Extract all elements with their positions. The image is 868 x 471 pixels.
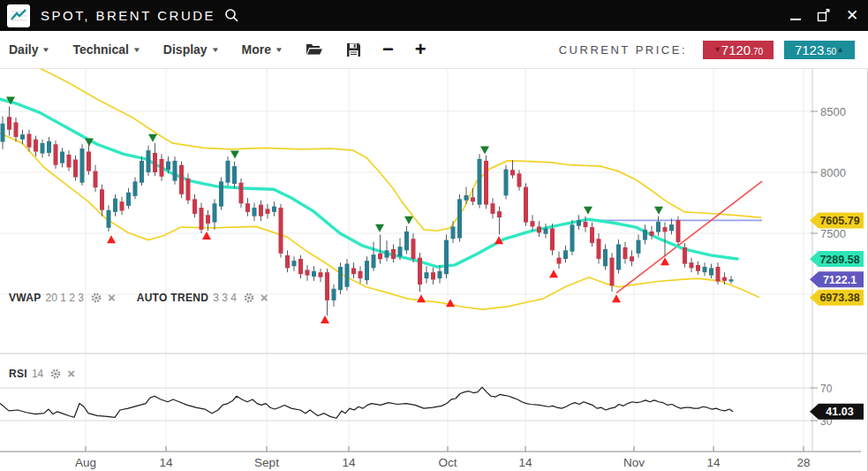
search-icon[interactable] [224, 8, 239, 23]
vwap-indicator-label: VWAP 20 1 2 3 × AUTO TREND 3 3 4 × [9, 292, 268, 304]
bearish-candle [7, 117, 11, 129]
bullish-candle [563, 250, 568, 259]
price-tag-label: 7289.58 [819, 254, 859, 266]
sell-signal-icon [654, 207, 663, 215]
more-menu[interactable]: More ▼ [242, 42, 283, 57]
sell-signal-icon [404, 217, 413, 224]
bullish-candle [703, 267, 707, 272]
window-title: SPOT, BRENT CRUDE [41, 8, 215, 23]
bullish-candle [292, 261, 297, 266]
bearish-candle [630, 256, 634, 262]
rsi-settings-gear-icon[interactable] [50, 368, 61, 379]
bullish-candle [478, 159, 482, 205]
autotrend-settings-gear-icon[interactable] [244, 292, 254, 303]
bullish-candle [404, 232, 409, 250]
bullish-candle [133, 181, 138, 196]
bearish-candle [597, 239, 601, 259]
bid-price-badge: ▼7120.70 [703, 41, 774, 59]
bullish-candle [637, 240, 641, 254]
ask-price-badge: 7123.50▲ [784, 41, 855, 59]
timeframe-menu[interactable]: Daily ▼ [9, 42, 49, 57]
bullish-candle [372, 254, 376, 268]
bearish-candle [557, 258, 562, 264]
sell-signal-icon [584, 207, 593, 215]
bearish-candle [378, 254, 382, 259]
autotrend-remove-icon[interactable]: × [260, 292, 268, 303]
bearish-candle [696, 265, 700, 271]
rsi-value-tag-label: 41.03 [826, 406, 853, 418]
zoom-in-button[interactable]: + [415, 41, 426, 58]
rsi-line [0, 387, 733, 418]
display-menu-label: Display [163, 42, 208, 57]
ask-price-dec: .50 [824, 47, 836, 57]
bearish-candle [192, 199, 197, 214]
bullish-candle [226, 161, 230, 183]
bearish-candle [34, 140, 38, 152]
bearish-candle [14, 122, 19, 137]
price-tick-label: 7500 [820, 227, 846, 240]
bearish-candle [391, 249, 396, 259]
bullish-candle [709, 268, 713, 275]
bearish-candle [245, 203, 250, 212]
bullish-candle [345, 264, 350, 287]
date-tick-label: Sept [254, 456, 279, 469]
toolbar: Daily ▼ Technical ▼ Display ▼ More ▼ [0, 31, 868, 69]
bullish-candle [312, 271, 316, 277]
sell-signal-icon [230, 151, 239, 159]
restore-button[interactable] [817, 9, 831, 23]
timeframe-menu-label: Daily [9, 42, 38, 57]
current-price-block: CURRENT PRICE: ▼7120.70 7123.50▲ [559, 31, 865, 69]
bullish-candle [166, 162, 170, 171]
bullish-candle [570, 224, 575, 251]
date-tick-label: 14 [706, 456, 721, 469]
vwap-settings-gear-icon[interactable] [91, 292, 102, 303]
bearish-candle [491, 203, 495, 214]
bearish-candle [54, 144, 58, 164]
date-tick-label: Aug [75, 456, 96, 469]
rsi-indicator-params: 14 [32, 368, 43, 380]
bullish-candle [60, 152, 64, 163]
chart-area[interactable]: 8500800075007030Aug14Sept14Oct14Nov14287… [0, 69, 868, 471]
bearish-candle [484, 161, 488, 205]
bearish-candle [537, 226, 541, 232]
open-folder-icon[interactable] [306, 42, 323, 57]
display-menu[interactable]: Display ▼ [163, 42, 219, 57]
technical-menu[interactable]: Technical ▼ [72, 42, 140, 57]
autotrend-indicator-params: 3 3 4 [213, 292, 237, 304]
price-tag-label: 6973.38 [819, 292, 859, 304]
bullish-candle [444, 240, 449, 275]
bullish-candle [457, 199, 462, 238]
bullish-candle [232, 166, 237, 184]
bullish-candle [669, 224, 674, 231]
bullish-candle [140, 161, 144, 183]
bearish-candle [319, 272, 323, 277]
bearish-candle [279, 208, 283, 254]
bullish-candle [544, 228, 548, 233]
rsi-tick-label: 70 [820, 383, 833, 395]
vwap-indicator-params: 20 1 2 3 [46, 292, 84, 304]
minimize-button[interactable] [789, 9, 803, 23]
current-price-label: CURRENT PRICE: [559, 43, 687, 57]
bullish-candle [272, 207, 276, 212]
bearish-candle [186, 179, 191, 201]
bearish-candle [510, 170, 515, 175]
vwap-remove-icon[interactable]: × [108, 292, 116, 303]
close-button[interactable]: ✕ [845, 9, 859, 23]
bullish-candle [464, 195, 469, 201]
bearish-candle [676, 220, 681, 242]
bullish-candle [365, 261, 369, 280]
bullish-candle [729, 279, 734, 281]
bearish-candle [517, 173, 522, 186]
rsi-remove-icon[interactable]: × [67, 368, 75, 379]
bullish-candle [616, 244, 621, 270]
buy-signal-icon [417, 294, 426, 302]
bullish-candle [147, 150, 151, 172]
price-chart: 8500800075007030Aug14Sept14Oct14Nov14287… [0, 69, 868, 471]
bullish-candle [451, 226, 456, 239]
bearish-candle [497, 211, 502, 217]
save-icon[interactable] [346, 42, 361, 57]
date-tick-label: 14 [342, 456, 356, 469]
bearish-candle [27, 134, 32, 148]
zoom-out-button[interactable]: − [382, 41, 394, 58]
bearish-candle [120, 201, 125, 210]
